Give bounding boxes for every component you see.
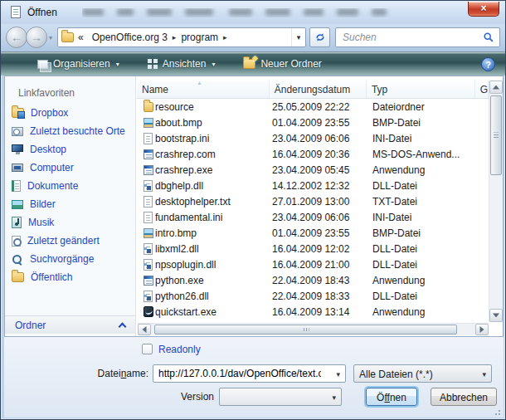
- chevron-right-icon[interactable]: ▸: [222, 33, 228, 42]
- file-row[interactable]: crashrep.exe 23.04.2009 05:45 Anwendung: [137, 162, 489, 178]
- file-row[interactable]: desktophelper.txt 27.01.2009 13:00 TXT-D…: [137, 193, 489, 209]
- sidebar-item-label: Desktop: [30, 144, 66, 155]
- breadcrumb-item[interactable]: program: [177, 32, 222, 43]
- desktop-icon: [12, 144, 23, 152]
- column-header-size[interactable]: G: [475, 81, 489, 98]
- organize-icon: [37, 60, 48, 69]
- column-headers: Name ▲ Änderungsdatum Typ G: [137, 81, 489, 99]
- file-row[interactable]: python26.dll 22.04.2009 18:33 DLL-Datei: [137, 288, 489, 304]
- file-row[interactable]: quickstart.exe 16.04.2009 13:14 Anwendun…: [137, 304, 489, 320]
- file-list: Name ▲ Änderungsdatum Typ G re: [137, 76, 503, 336]
- version-combobox[interactable]: ▾: [219, 388, 342, 406]
- command-toolbar: Organisieren ▾ Ansichten ▾ Neuer Ordner …: [1, 51, 506, 76]
- readonly-checkbox[interactable]: [142, 344, 153, 354]
- dll-file-icon: [144, 243, 153, 255]
- horizontal-scrollbar[interactable]: [138, 323, 489, 335]
- scroll-up-button[interactable]: [489, 81, 503, 94]
- file-name: dbghelp.dll: [153, 180, 267, 192]
- address-dropdown-icon[interactable]: ▾: [291, 28, 305, 46]
- file-row[interactable]: fundamental.ini 23.04.2009 06:06 INI-Dat…: [137, 209, 489, 225]
- dll-file-icon: [144, 291, 153, 302]
- sidebar-item[interactable]: Bilder: [5, 195, 135, 213]
- breadcrumb-overflow[interactable]: «: [74, 32, 88, 43]
- caret-down-icon: ▾: [212, 61, 215, 68]
- address-breadcrumb[interactable]: « OpenOffice.org 3 ▸ program ▸ ▾: [57, 27, 306, 47]
- sidebar-item[interactable]: Desktop: [5, 140, 135, 159]
- sidebar-item[interactable]: Dropbox: [5, 104, 135, 122]
- file-row[interactable]: npsoplugin.dll 16.04.2009 21:00 DLL-Date…: [137, 256, 489, 272]
- titlebar[interactable]: Öffnen ×: [1, 1, 506, 24]
- file-row[interactable]: crashrep.com 16.04.2009 20:36 MS-DOS-Anw…: [137, 146, 489, 162]
- file-date: 16.04.2009 13:14: [267, 306, 367, 318]
- bmp-file-icon: [144, 118, 153, 128]
- scroll-right-button[interactable]: [475, 324, 489, 335]
- help-button[interactable]: ?: [481, 57, 495, 71]
- folder-icon: [144, 102, 153, 112]
- new-folder-button[interactable]: Neuer Ordner: [236, 55, 328, 73]
- file-type: MS-DOS-Anwend...: [367, 149, 489, 160]
- filename-input[interactable]: [157, 367, 323, 380]
- music-icon: [12, 217, 22, 228]
- organize-menu-button[interactable]: Organisieren ▾: [31, 55, 126, 73]
- folders-expander[interactable]: Ordner: [5, 315, 135, 334]
- open-button[interactable]: Öffnen: [366, 388, 417, 406]
- sidebar-item-label: Dropbox: [31, 107, 68, 119]
- sidebar-item[interactable]: Zuletzt geändert: [5, 232, 135, 250]
- filetype-combobox[interactable]: Alle Dateien (*.*) ▾: [353, 364, 492, 383]
- sidebar-item[interactable]: Suchvorgänge: [5, 250, 135, 268]
- column-header-type[interactable]: Typ: [367, 81, 475, 98]
- sidebar-item[interactable]: Öffentlich: [5, 268, 135, 286]
- refresh-button[interactable]: [309, 27, 330, 47]
- quickstart-icon: [144, 306, 153, 317]
- file-row[interactable]: intro.bmp 01.04.2009 23:55 BMP-Datei: [137, 225, 489, 241]
- main-content: Linkfavoriten Dropbox Zuletzt besuchte O…: [4, 76, 504, 337]
- open-file-dialog: Öffnen × ← → ▾ « OpenOffice.org 3 ▸ prog…: [0, 0, 506, 420]
- ini-file-icon: [144, 133, 153, 144]
- file-type: Anwendung: [367, 275, 489, 286]
- file-date: 23.04.2009 06:06: [267, 212, 367, 223]
- views-menu-button[interactable]: Ansichten ▾: [141, 55, 222, 73]
- recent-places-icon: [12, 127, 23, 136]
- sidebar-item[interactable]: Computer: [5, 159, 135, 177]
- file-row[interactable]: dbghelp.dll 14.12.2002 12:32 DLL-Datei: [137, 178, 489, 193]
- window-title: Öffnen: [27, 7, 57, 18]
- version-label: Version: [139, 391, 214, 403]
- column-header-date[interactable]: Änderungsdatum: [270, 81, 367, 98]
- resize-grip[interactable]: [493, 408, 501, 416]
- back-button[interactable]: ←: [6, 27, 27, 48]
- txt-file-icon: [144, 196, 153, 208]
- cancel-button[interactable]: Abbrechen: [431, 388, 497, 406]
- search-box[interactable]: [335, 27, 500, 47]
- horizontal-scroll-thumb[interactable]: [154, 325, 457, 335]
- forward-button[interactable]: →: [26, 27, 47, 48]
- searches-icon: [12, 254, 23, 265]
- file-row[interactable]: about.bmp 01.04.2009 23:55 BMP-Datei: [137, 115, 489, 130]
- file-row[interactable]: resource 25.05.2009 22:22 Dateiordner: [137, 99, 489, 115]
- file-date: 23.04.2009 06:06: [267, 133, 367, 144]
- caret-down-icon[interactable]: ▾: [336, 370, 340, 378]
- filename-combobox[interactable]: ▾: [153, 364, 346, 383]
- vertical-scroll-thumb[interactable]: [490, 95, 502, 175]
- file-row[interactable]: bootstrap.ini 23.04.2009 06:06 INI-Datei: [137, 130, 489, 146]
- application-icon: [144, 149, 153, 159]
- file-row[interactable]: python.exe 22.04.2009 18:43 Anwendung: [137, 272, 489, 288]
- vertical-scrollbar[interactable]: [489, 81, 503, 322]
- sidebar-item[interactable]: Zuletzt besuchte Orte: [5, 122, 135, 140]
- close-button[interactable]: ×: [468, 2, 499, 17]
- breadcrumb-item[interactable]: OpenOffice.org 3: [88, 32, 172, 43]
- column-header-name[interactable]: Name ▲: [137, 81, 270, 98]
- document-icon: [11, 6, 21, 18]
- scroll-left-button[interactable]: [138, 324, 151, 335]
- file-type: INI-Datei: [367, 212, 489, 223]
- sidebar-item[interactable]: Dokumente: [5, 177, 135, 195]
- file-type: DLL-Datei: [367, 243, 489, 255]
- history-dropdown-icon[interactable]: ▾: [49, 34, 52, 42]
- file-type: BMP-Datei: [367, 117, 489, 129]
- sidebar-item[interactable]: Musik: [5, 213, 135, 232]
- file-row[interactable]: libxml2.dll 16.04.2009 12:02 DLL-Datei: [137, 241, 489, 256]
- filename-label: Dateiname:: [79, 368, 148, 379]
- file-name: bootstrap.ini: [153, 133, 267, 144]
- bmp-file-icon: [144, 228, 153, 238]
- scroll-down-button[interactable]: [489, 309, 503, 322]
- search-input[interactable]: [341, 30, 474, 45]
